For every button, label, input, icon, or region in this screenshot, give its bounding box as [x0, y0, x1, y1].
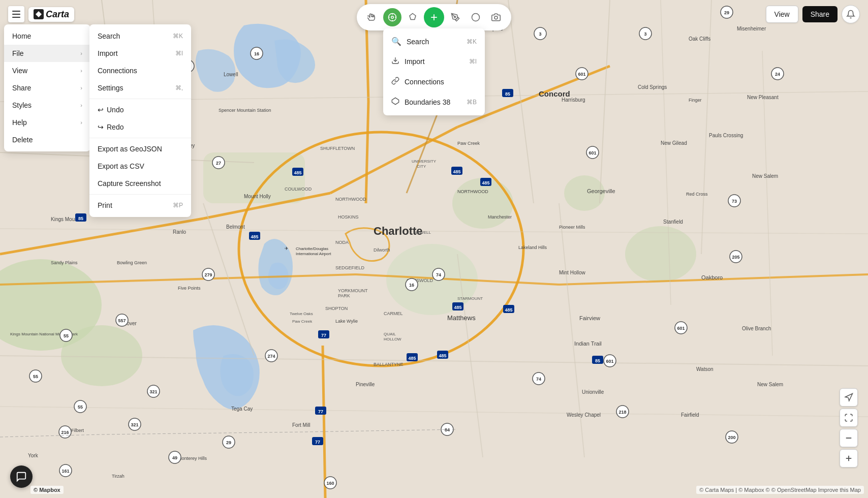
menu-item-home[interactable]: Home	[4, 27, 90, 45]
svg-text:Paw Creek: Paw Creek	[457, 141, 480, 146]
polygon-tool-button[interactable]	[404, 8, 422, 26]
svg-text:Fort Mill: Fort Mill	[292, 422, 311, 428]
svg-text:COULWOOD: COULWOOD	[285, 186, 312, 192]
svg-text:Ranlo: Ranlo	[173, 229, 187, 235]
submenu-export-geojson[interactable]: Export as GeoJSON	[89, 140, 191, 158]
add-button[interactable]: +	[424, 7, 444, 27]
search-dropdown-search[interactable]: 🔍 Search ⌘K	[383, 32, 485, 51]
svg-text:601: 601	[588, 150, 596, 155]
redo-icon: ↪	[98, 123, 104, 131]
svg-point-229	[454, 16, 456, 18]
hamburger-line	[12, 11, 20, 12]
center-toolbar: +	[357, 4, 511, 30]
svg-text:85: 85	[78, 216, 83, 221]
search-icon: 🔍	[391, 37, 401, 46]
connections-icon	[391, 77, 399, 87]
svg-text:New Gilead: New Gilead	[661, 140, 687, 146]
camera-tool-button[interactable]	[487, 8, 505, 26]
svg-text:New Salem: New Salem	[752, 173, 778, 179]
pen-tool-button[interactable]	[446, 8, 464, 26]
svg-point-6	[625, 226, 696, 282]
svg-point-231	[494, 16, 498, 19]
zoom-out-button[interactable]	[840, 429, 858, 447]
menu-item-file[interactable]: File ›	[4, 45, 90, 62]
svg-text:601: 601	[606, 359, 613, 364]
notifications-button[interactable]	[842, 5, 860, 23]
submenu-undo[interactable]: ↩ Undo	[89, 101, 191, 118]
submenu-settings[interactable]: Settings ⌘,	[89, 79, 191, 97]
logo[interactable]: Carta	[28, 7, 74, 22]
svg-text:Mount Holly: Mount Holly	[244, 194, 271, 199]
svg-text:16: 16	[254, 51, 259, 56]
svg-text:77: 77	[318, 409, 323, 414]
chat-button[interactable]	[10, 465, 33, 488]
svg-text:Matthews: Matthews	[447, 314, 476, 322]
submenu-export-csv[interactable]: Export as CSV	[89, 158, 191, 175]
svg-text:HOSKINS: HOSKINS	[338, 214, 359, 220]
logo-icon	[34, 9, 44, 19]
submenu-capture-screenshot[interactable]: Capture Screenshot	[89, 175, 191, 192]
search-dropdown-boundaries[interactable]: Boundaries 38 ⌘B	[383, 92, 485, 112]
svg-text:601: 601	[578, 72, 585, 77]
view-button[interactable]: View	[766, 6, 798, 23]
svg-text:Oak Cliffs: Oak Cliffs	[689, 36, 710, 42]
svg-text:Finger: Finger	[689, 98, 702, 103]
svg-text:74: 74	[436, 272, 441, 277]
menu-item-styles[interactable]: Styles ›	[4, 97, 90, 114]
submenu-import[interactable]: Import ⌘I	[89, 45, 191, 62]
submenu-connections[interactable]: Connections	[89, 62, 191, 79]
chevron-right-icon: ›	[80, 68, 82, 74]
share-button[interactable]: Share	[802, 6, 838, 22]
submenu-search[interactable]: Search ⌘K	[89, 27, 191, 45]
svg-text:SEDGEFIELD: SEDGEFIELD	[335, 265, 365, 270]
svg-text:55: 55	[64, 333, 69, 338]
mapbox-logo: © Mapbox	[30, 486, 64, 494]
svg-text:55: 55	[78, 404, 83, 410]
svg-text:Paw Creek: Paw Creek	[292, 319, 313, 324]
svg-text:3: 3	[644, 32, 646, 37]
submenu-divider-2	[89, 138, 191, 138]
svg-text:205: 205	[732, 255, 739, 260]
submenu-redo[interactable]: ↪ Redo	[89, 118, 191, 136]
svg-text:485: 485	[505, 307, 512, 313]
svg-text:85: 85	[505, 91, 510, 97]
svg-text:74: 74	[536, 377, 541, 382]
svg-text:Olive Branch: Olive Branch	[742, 326, 771, 331]
svg-text:Wesley Chapel: Wesley Chapel	[567, 412, 601, 418]
chevron-right-icon: ›	[80, 85, 82, 91]
svg-text:601: 601	[677, 326, 685, 331]
svg-text:321: 321	[131, 422, 138, 427]
submenu-print[interactable]: Print ⌘P	[89, 197, 191, 214]
zoom-in-button[interactable]	[840, 449, 858, 468]
menu-item-help[interactable]: Help ›	[4, 114, 90, 131]
svg-text:Monterey Hills: Monterey Hills	[178, 456, 207, 461]
menu-item-view[interactable]: View ›	[4, 62, 90, 79]
menu-item-share[interactable]: Share ›	[4, 79, 90, 97]
map-controls	[840, 388, 858, 468]
shortcut-boundaries: ⌘B	[467, 99, 477, 106]
locate-button[interactable]	[840, 388, 858, 407]
svg-text:27: 27	[216, 161, 221, 166]
chevron-right-icon: ›	[80, 50, 82, 56]
svg-text:Stanfield: Stanfield	[663, 219, 683, 225]
menu-item-delete[interactable]: Delete	[4, 131, 90, 148]
svg-text:Tirzah: Tirzah	[112, 474, 125, 479]
svg-text:557: 557	[118, 318, 126, 323]
svg-text:279: 279	[204, 272, 212, 277]
topbar-left: Carta	[8, 6, 74, 22]
circle-tool-button[interactable]	[467, 8, 485, 26]
svg-text:NEWELL: NEWELL	[414, 230, 431, 235]
svg-text:16: 16	[409, 283, 414, 288]
svg-text:55: 55	[33, 374, 38, 379]
search-dropdown-connections[interactable]: Connections	[383, 72, 485, 92]
fullscreen-button[interactable]	[840, 409, 858, 427]
svg-text:Lakeland Hills: Lakeland Hills	[518, 245, 547, 250]
hand-tool-button[interactable]	[363, 8, 381, 26]
svg-text:YORKMOUNT: YORKMOUNT	[338, 288, 368, 293]
svg-text:3: 3	[539, 32, 541, 37]
target-tool-button[interactable]	[383, 8, 401, 26]
svg-text:Belmont: Belmont	[226, 224, 245, 230]
search-dropdown-import[interactable]: Import ⌘I	[383, 51, 485, 72]
hamburger-button[interactable]	[8, 6, 24, 22]
svg-marker-228	[410, 14, 416, 20]
